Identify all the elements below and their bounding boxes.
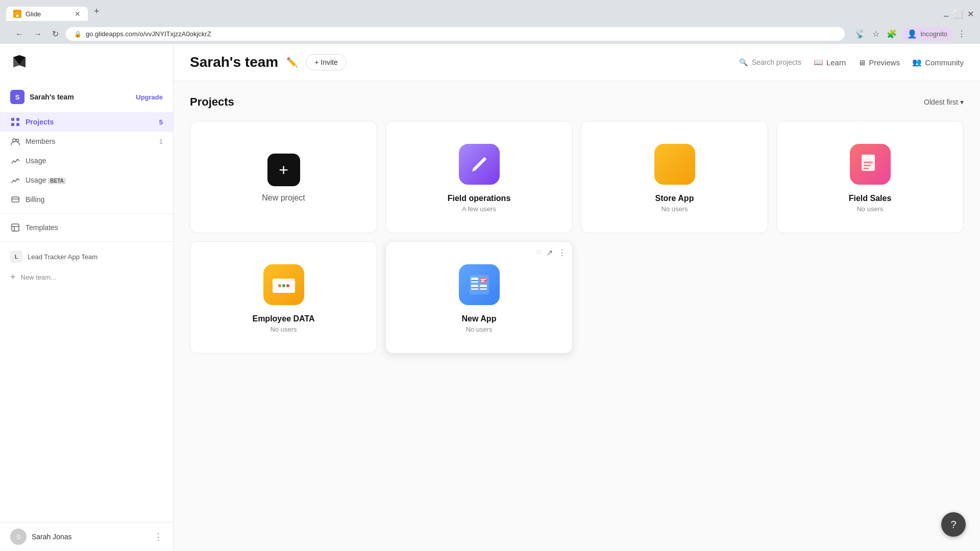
glide-logo — [10, 53, 29, 71]
search-projects-button[interactable]: 🔍 Search projects — [739, 58, 801, 66]
incognito-label: Incognito — [920, 30, 947, 38]
sidebar-user[interactable]: S Sarah Jonas — [10, 529, 72, 545]
field-operations-card-inner: Field operations A few users — [386, 128, 572, 227]
sidebar-team-section: S Sarah's team Upgrade — [0, 86, 173, 108]
new-team-plus-icon: + — [10, 272, 16, 283]
store-app-name: Store App — [655, 194, 694, 203]
bookmark-icon[interactable]: ☆ — [870, 27, 881, 41]
sidebar-nav: Projects 5 Members 1 — [0, 108, 173, 522]
sidebar-logo-area — [0, 44, 173, 86]
sidebar-item-billing[interactable]: Billing — [0, 190, 173, 209]
members-nav-label: Members — [26, 137, 55, 145]
main-content: Sarah's team ✏️ + Invite 🔍 Search projec… — [174, 44, 980, 551]
back-button[interactable]: ← — [12, 28, 27, 41]
star-icon[interactable]: ☆ — [535, 247, 542, 259]
open-external-button[interactable]: ↗ — [545, 247, 554, 259]
edit-team-name-button[interactable]: ✏️ — [286, 57, 298, 68]
app-container: S Sarah's team Upgrade Projects 5 — [0, 44, 980, 551]
svg-rect-3 — [16, 123, 19, 126]
field-sales-name: Field Sales — [849, 194, 892, 203]
upgrade-button[interactable]: Upgrade — [136, 93, 163, 101]
svg-point-14 — [278, 284, 281, 287]
employee-data-name: Employee DATA — [252, 314, 314, 323]
url-text: go.glideapps.com/o/vvJNYITxjzzA0okjckrZ — [86, 30, 211, 38]
browser-toolbar-right: 📡 ☆ 🧩 👤 Incognito ⋮ — [853, 27, 968, 41]
members-badge: 1 — [159, 138, 163, 145]
sort-label: Oldest first — [924, 98, 958, 106]
sidebar-item-lead-tracker[interactable]: L Lead Tracker App Team — [0, 246, 173, 267]
sidebar: S Sarah's team Upgrade Projects 5 — [0, 44, 174, 551]
field-operations-card[interactable]: Field operations A few users — [385, 121, 573, 233]
field-sales-users: No users — [856, 205, 883, 213]
incognito-icon: 👤 — [907, 29, 917, 39]
more-options-button[interactable]: ⋮ — [557, 247, 567, 259]
new-project-icon: + — [267, 154, 300, 186]
sidebar-new-team[interactable]: + New team... — [0, 267, 173, 287]
sort-button[interactable]: Oldest first ▾ — [924, 98, 964, 106]
extension-icon[interactable]: 🧩 — [885, 27, 899, 41]
field-operations-name: Field operations — [448, 194, 511, 203]
svg-rect-27 — [481, 279, 486, 280]
tab-close-button[interactable]: ✕ — [75, 10, 81, 18]
browser-tab[interactable]: Glide ✕ — [6, 7, 88, 21]
sidebar-item-projects[interactable]: Projects 5 — [0, 112, 173, 132]
employee-data-card[interactable]: Employee DATA No users — [190, 241, 377, 354]
address-bar[interactable]: 🔒 go.glideapps.com/o/vvJNYITxjzzA0okjckr… — [66, 27, 845, 41]
help-icon: ? — [950, 519, 956, 531]
store-app-users: No users — [661, 205, 688, 213]
templates-label: Templates — [26, 223, 58, 232]
tab-favicon — [13, 10, 21, 18]
store-app-card-inner: Store App No users — [581, 128, 768, 227]
learn-label: Learn — [826, 58, 846, 67]
help-button[interactable]: ? — [941, 512, 966, 537]
svg-rect-6 — [12, 197, 19, 202]
usage-icon — [10, 156, 20, 166]
svg-rect-24 — [471, 287, 478, 288]
field-operations-users: A few users — [462, 205, 496, 213]
svg-rect-0 — [11, 118, 14, 121]
sidebar-team-left[interactable]: S Sarah's team — [10, 90, 74, 104]
user-name: Sarah Jonas — [32, 533, 72, 541]
usage-beta-icon — [10, 175, 20, 185]
svg-rect-9 — [862, 155, 875, 159]
card-hover-actions: ☆ ↗ ⋮ — [535, 247, 567, 259]
members-icon — [10, 136, 20, 146]
page-title: Sarah's team — [190, 54, 278, 70]
user-avatar: S — [10, 529, 27, 545]
employee-data-card-inner: Employee DATA No users — [190, 248, 377, 347]
learn-nav-item[interactable]: 📖 Learn — [814, 58, 846, 67]
minimize-icon[interactable]: ⎽ — [944, 10, 949, 19]
user-menu-button[interactable]: ⋮ — [154, 531, 163, 542]
projects-icon — [10, 117, 20, 127]
new-tab-button[interactable]: + — [90, 4, 104, 19]
new-app-card[interactable]: ☆ ↗ ⋮ — [385, 241, 573, 354]
store-app-card[interactable]: Store App No users — [581, 121, 768, 233]
previews-icon: 🖥 — [858, 58, 866, 67]
new-app-icon — [459, 264, 500, 305]
sidebar-item-templates[interactable]: Templates — [0, 218, 173, 237]
employee-data-users: No users — [270, 325, 297, 333]
invite-button[interactable]: + Invite — [306, 54, 347, 70]
projects-grid: + New project — [190, 121, 964, 354]
more-icon[interactable]: ⋮ — [955, 27, 968, 41]
new-app-name: New App — [462, 314, 497, 323]
browser-chrome: Glide ✕ + ⎽ ⬜ ✕ ← → ↻ 🔒 go.glideapps.com… — [0, 0, 980, 44]
close-window-icon[interactable]: ✕ — [967, 9, 974, 19]
field-sales-card[interactable]: Field Sales No users — [776, 121, 964, 233]
previews-nav-item[interactable]: 🖥 Previews — [858, 58, 900, 67]
chevron-down-icon: ▾ — [960, 98, 964, 106]
sidebar-divider-2 — [0, 241, 173, 242]
incognito-badge[interactable]: 👤 Incognito — [902, 27, 952, 41]
forward-button[interactable]: → — [31, 28, 45, 41]
community-nav-item[interactable]: 👥 Community — [912, 58, 964, 67]
sidebar-item-members[interactable]: Members 1 — [0, 132, 173, 151]
sidebar-item-usage-beta[interactable]: Usage BETA — [0, 170, 173, 190]
browser-toolbar: ← → ↻ 🔒 go.glideapps.com/o/vvJNYITxjzzA0… — [6, 24, 974, 44]
sidebar-item-usage[interactable]: Usage — [0, 151, 173, 170]
cast-icon[interactable]: 📡 — [853, 27, 867, 41]
refresh-button[interactable]: ↻ — [49, 27, 62, 41]
lock-icon: 🔒 — [74, 31, 82, 38]
new-project-card[interactable]: + New project — [190, 121, 377, 233]
maximize-icon[interactable]: ⬜ — [953, 9, 963, 19]
store-app-icon — [654, 144, 695, 185]
